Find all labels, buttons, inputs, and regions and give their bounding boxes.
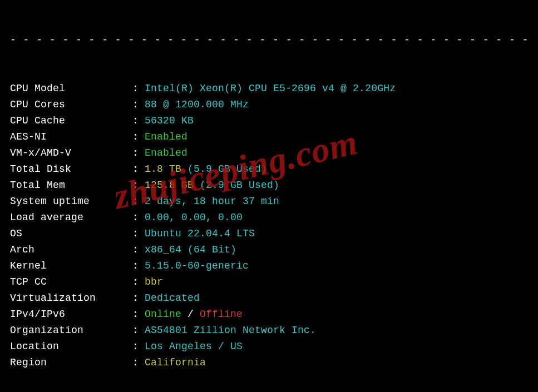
row-label: OS bbox=[10, 228, 132, 239]
row-value: 125.8 GB bbox=[145, 180, 194, 191]
row-value: (5.9 GB Used) bbox=[181, 163, 267, 175]
row-label: Kernel bbox=[10, 260, 132, 271]
row-colon: : bbox=[132, 147, 145, 158]
row-value: 88 @ 1200.000 MHz bbox=[145, 99, 249, 110]
row-colon: : bbox=[132, 163, 145, 175]
row-label: Region bbox=[10, 357, 132, 368]
row-label: Load average bbox=[10, 212, 132, 223]
sysinfo-row: Total Disk : 1.8 TB (5.9 GB Used) bbox=[10, 161, 528, 177]
row-colon: : bbox=[132, 309, 145, 320]
sysinfo-row: Arch : x86_64 (64 Bit) bbox=[10, 242, 528, 258]
row-label: CPU Model bbox=[10, 83, 132, 94]
sysinfo-row: CPU Cache : 56320 KB bbox=[10, 113, 528, 129]
row-label: CPU Cache bbox=[10, 115, 132, 126]
sysinfo-row: AES-NI : Enabled bbox=[10, 129, 528, 145]
sysinfo-row: Load average : 0.00, 0.00, 0.00 bbox=[10, 210, 528, 226]
row-value: Ubuntu 22.04.4 LTS bbox=[145, 228, 255, 239]
row-label: Arch bbox=[10, 244, 132, 255]
sysinfo-row: Virtualization : Dedicated bbox=[10, 290, 528, 306]
row-label: VM-x/AMD-V bbox=[10, 147, 132, 158]
row-value: 56320 KB bbox=[145, 115, 194, 126]
row-label: System uptime bbox=[10, 196, 132, 207]
row-value: (2.9 GB Used) bbox=[194, 180, 279, 191]
sysinfo-row: OS : Ubuntu 22.04.4 LTS bbox=[10, 226, 528, 242]
row-colon: : bbox=[132, 325, 145, 336]
sysinfo-row: TCP CC : bbr bbox=[10, 274, 528, 290]
row-colon: : bbox=[132, 196, 145, 207]
sysinfo-row: VM-x/AMD-V : Enabled bbox=[10, 145, 528, 161]
row-colon: : bbox=[132, 180, 145, 191]
row-label: IPv4/IPv6 bbox=[10, 309, 132, 320]
row-value: bbr bbox=[145, 276, 163, 287]
row-label: CPU Cores bbox=[10, 99, 132, 110]
row-colon: : bbox=[132, 99, 145, 110]
row-colon: : bbox=[132, 276, 145, 287]
row-colon: : bbox=[132, 131, 145, 142]
sysinfo-row: CPU Model : Intel(R) Xeon(R) CPU E5-2696… bbox=[10, 81, 528, 97]
row-value: Intel(R) Xeon(R) CPU E5-2696 v4 @ 2.20GH… bbox=[145, 83, 396, 94]
row-colon: : bbox=[132, 292, 145, 304]
row-value: Enabled bbox=[145, 131, 187, 142]
row-colon: : bbox=[132, 341, 145, 352]
row-label: Organization bbox=[10, 325, 132, 336]
row-value: Offline bbox=[200, 309, 243, 320]
sysinfo-row: Location : Los Angeles / US bbox=[10, 339, 528, 355]
sysinfo-row: CPU Cores : 88 @ 1200.000 MHz bbox=[10, 97, 528, 113]
row-value: Online bbox=[145, 309, 181, 320]
row-value: 0.00, 0.00, 0.00 bbox=[145, 212, 243, 223]
sysinfo-row: System uptime : 2 days, 18 hour 37 min bbox=[10, 193, 528, 210]
row-colon: : bbox=[132, 244, 145, 255]
sysinfo-row: Kernel : 5.15.0-60-generic bbox=[10, 258, 528, 274]
row-label: TCP CC bbox=[10, 276, 132, 287]
row-colon: : bbox=[132, 357, 145, 368]
row-colon: : bbox=[132, 115, 145, 126]
row-label: Virtualization bbox=[10, 292, 132, 304]
sysinfo-row: Total Mem : 125.8 GB (2.9 GB Used) bbox=[10, 177, 528, 193]
row-value: Los Angeles / US bbox=[145, 341, 243, 352]
sysinfo-row: IPv4/IPv6 : Online / Offline bbox=[10, 306, 528, 322]
row-colon: : bbox=[132, 83, 145, 94]
row-colon: : bbox=[132, 228, 145, 239]
row-colon: : bbox=[132, 212, 145, 223]
row-label: Total Mem bbox=[10, 180, 132, 191]
row-label: Location bbox=[10, 341, 132, 352]
row-value: AS54801 Zillion Network Inc. bbox=[145, 325, 316, 336]
row-value: Enabled bbox=[145, 147, 187, 158]
terminal-output: - - - - - - - - - - - - - - - - - - - - … bbox=[0, 0, 538, 392]
row-value: 1.8 TB bbox=[145, 163, 181, 175]
row-value: 2 days, 18 hour 37 min bbox=[145, 196, 279, 207]
sysinfo-row: Region : California bbox=[10, 355, 528, 371]
row-label: Total Disk bbox=[10, 163, 132, 175]
row-value: 5.15.0-60-generic bbox=[145, 260, 249, 271]
row-value: x86_64 (64 Bit) bbox=[145, 244, 236, 255]
separator-top: - - - - - - - - - - - - - - - - - - - - … bbox=[10, 32, 528, 48]
row-value: Dedicated bbox=[145, 292, 200, 304]
row-value: / bbox=[181, 309, 200, 320]
sysinfo-row: Organization : AS54801 Zillion Network I… bbox=[10, 322, 528, 339]
row-label: AES-NI bbox=[10, 131, 132, 142]
row-colon: : bbox=[132, 260, 145, 271]
row-value: California bbox=[145, 357, 206, 368]
